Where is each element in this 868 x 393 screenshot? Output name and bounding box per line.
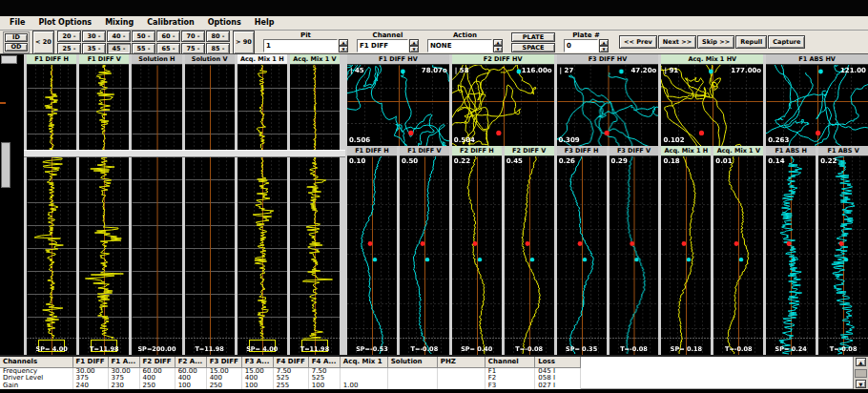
small-chart-f1-abs-v[interactable] — [818, 156, 868, 355]
small-chart-acq-mix-1-v[interactable] — [713, 156, 763, 355]
small-header-f1-abs-v[interactable]: F1 ABS V — [818, 146, 868, 156]
loss-value-f3[interactable]: 027 I — [535, 383, 581, 389]
plate-button[interactable]: PLATE — [511, 32, 555, 42]
small-chart-acq-mix-1-h[interactable] — [661, 156, 711, 355]
lissajous-header-f2-diff-hv[interactable]: F2 DIFF HV — [452, 54, 554, 65]
menu-mixing[interactable]: Mixing — [98, 16, 140, 30]
strip-chart-solution-h[interactable] — [132, 65, 181, 355]
driver-level-cell[interactable] — [340, 375, 387, 382]
small-header-acq-mix-1-v[interactable]: Acq. Mix 1 V — [713, 146, 763, 156]
below-20-button[interactable]: < 20 — [32, 31, 54, 54]
driver-level-cell[interactable]: 400 — [139, 375, 175, 382]
strip-chart-acq-mix-1-v[interactable] — [290, 65, 340, 355]
channel-spin-up[interactable]: ▲ — [409, 39, 419, 46]
plate-number-input[interactable]: 0 — [564, 39, 598, 52]
range-50-button[interactable]: 50 - — [132, 31, 155, 42]
strip-header-f1-diff-h[interactable]: F1 DIFF H — [27, 54, 76, 65]
small-header-f1-diff-h[interactable]: F1 DIFF H — [347, 146, 397, 156]
strip-header-acq-mix-1-h[interactable]: Acq. Mix 1 H — [238, 54, 287, 65]
range-40-button[interactable]: 40 - — [107, 31, 131, 42]
lissajous-plot-f2-diff-hv[interactable] — [452, 65, 554, 146]
above-90-button[interactable]: > 90 — [233, 31, 255, 54]
id-button[interactable]: ID — [5, 33, 28, 42]
skip-button[interactable]: Skip >> — [697, 35, 734, 49]
range-25-button[interactable]: 25 - — [57, 43, 81, 54]
range-75-button[interactable]: 75 - — [181, 43, 205, 54]
next-button[interactable]: Next >> — [658, 35, 696, 49]
gain-cell[interactable]: 255 — [273, 383, 308, 389]
strip-header-acq-mix-1-v[interactable]: Acq. Mix 1 V — [290, 54, 340, 65]
channel-spin-down[interactable]: ▼ — [409, 46, 419, 52]
pit-spin-down[interactable]: ▼ — [339, 46, 348, 52]
gain-cell[interactable]: 100 — [241, 383, 273, 389]
menu-options[interactable]: Options — [201, 16, 248, 30]
driver-level-cell[interactable] — [387, 375, 437, 382]
gain-cell[interactable]: 100 — [308, 383, 340, 389]
lissajous-header-f1-abs-hv[interactable]: F1 ABS HV — [766, 54, 868, 65]
range-60-button[interactable]: 60 - — [156, 31, 180, 42]
strip-header-f1-diff-v[interactable]: F1 DIFF V — [79, 54, 129, 65]
small-chart-f1-diff-h[interactable] — [347, 156, 397, 355]
small-header-f1-diff-v[interactable]: F1 DIFF V — [400, 146, 449, 156]
capture-button[interactable]: Capture — [768, 35, 805, 49]
space-button[interactable]: SPACE — [511, 43, 555, 52]
small-chart-f3-diff-h[interactable] — [557, 156, 607, 355]
gain-cell[interactable] — [387, 383, 437, 389]
lissajous-header-acq-mix-1-hv[interactable]: Acq. Mix 1 HV — [661, 54, 763, 65]
small-chart-f3-diff-v[interactable] — [610, 156, 659, 355]
lissajous-plot-acq-mix-1-hv[interactable] — [661, 65, 763, 146]
scroll-down-icon[interactable]: ▼ — [856, 380, 866, 388]
range-70-button[interactable]: 70 - — [181, 31, 205, 42]
frequency-cell[interactable]: 60.00 — [175, 367, 206, 375]
gain-cell[interactable]: 250 — [139, 383, 175, 389]
frequency-cell[interactable]: 30.00 — [72, 367, 108, 375]
frequency-cell[interactable]: 30.00 — [108, 367, 139, 375]
range-55-button[interactable]: 55 - — [132, 43, 155, 54]
small-header-f3-diff-v[interactable]: F3 DIFF V — [610, 146, 659, 156]
driver-level-cell[interactable]: 400 — [206, 375, 241, 382]
action-input[interactable]: NONE — [427, 39, 492, 52]
strip-header-solution-v[interactable]: Solution V — [185, 54, 235, 65]
strip-chart-solution-v[interactable] — [185, 65, 235, 355]
loss-value-f2[interactable]: 058 I — [535, 375, 581, 382]
small-header-acq-mix-1-h[interactable]: Acq. Mix 1 H — [661, 146, 711, 156]
strip-chart-f1-diff-h[interactable] — [27, 65, 76, 355]
action-spin-up[interactable]: ▲ — [493, 39, 503, 46]
driver-level-cell[interactable]: 400 — [175, 375, 206, 382]
lissajous-plot-f1-diff-hv[interactable] — [347, 65, 449, 146]
gain-cell[interactable]: 100 — [175, 383, 206, 389]
range-85-button[interactable]: 85 - — [206, 43, 230, 54]
pit-spin-up[interactable]: ▲ — [339, 39, 348, 46]
plate-number-spin-down[interactable]: ▼ — [599, 46, 609, 52]
lissajous-header-f1-diff-hv[interactable]: F1 DIFF HV — [347, 54, 449, 65]
driver-level-cell[interactable]: 525 — [273, 375, 308, 382]
strip-header-solution-h[interactable]: Solution H — [132, 54, 181, 65]
strip-chart-f1-diff-v[interactable] — [79, 65, 129, 355]
range-45-button[interactable]: 45 - — [107, 43, 131, 54]
scroll-up-icon[interactable]: ▲ — [856, 358, 866, 366]
frequency-cell[interactable] — [340, 367, 387, 375]
menu-help[interactable]: Help — [248, 16, 281, 30]
range-80-button[interactable]: 80 - — [206, 31, 230, 42]
small-chart-f1-diff-v[interactable] — [400, 156, 449, 355]
range-20-button[interactable]: 20 - — [57, 31, 81, 42]
frequency-cell[interactable] — [387, 367, 437, 375]
lissajous-header-f3-diff-hv[interactable]: F3 DIFF HV — [557, 54, 659, 65]
gain-cell[interactable]: 1.00 — [340, 383, 387, 389]
small-chart-f1-abs-h[interactable] — [766, 156, 816, 355]
lissajous-plot-f1-abs-hv[interactable] — [766, 65, 868, 146]
range-65-button[interactable]: 65 - — [156, 43, 180, 54]
frequency-cell[interactable]: 15.00 — [241, 367, 273, 375]
small-header-f3-diff-h[interactable]: F3 DIFF H — [557, 146, 607, 156]
driver-level-cell[interactable]: 375 — [108, 375, 139, 382]
prev-button[interactable]: << Prev — [619, 35, 657, 49]
gutter-scrollbar-thumb[interactable] — [1, 142, 10, 188]
range-30-button[interactable]: 30 - — [82, 31, 106, 42]
plate-number-spin-up[interactable]: ▲ — [599, 39, 609, 46]
gain-cell[interactable]: 250 — [206, 383, 241, 389]
frequency-cell[interactable]: 7.50 — [273, 367, 308, 375]
driver-level-cell[interactable]: 400 — [241, 375, 273, 382]
repull-button[interactable]: Repull — [735, 35, 767, 49]
od-button[interactable]: OD — [5, 43, 28, 52]
driver-level-cell[interactable]: 525 — [308, 375, 340, 382]
